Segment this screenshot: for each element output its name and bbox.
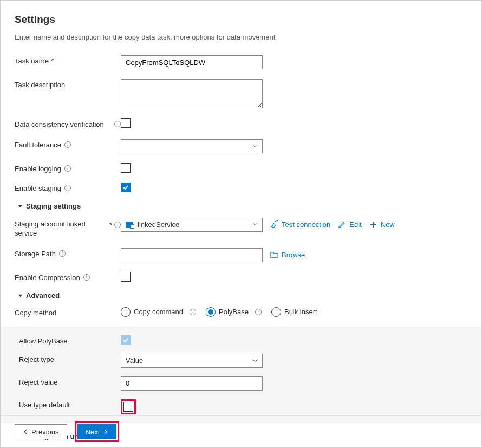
radio-bulk-insert[interactable]: Bulk insert — [271, 307, 317, 317]
row-data-consistency: Data consistency verification i — [15, 118, 472, 129]
label-use-type-default: Use type default — [15, 399, 121, 409]
linked-service-select[interactable]: linkedService — [121, 218, 263, 232]
row-task-name: Task name * — [15, 55, 472, 69]
section-advanced[interactable]: Advanced — [18, 291, 472, 300]
row-reject-type: Reject type Value — [15, 354, 472, 368]
info-icon[interactable]: i — [64, 185, 71, 191]
edit-button[interactable]: Edit — [338, 220, 361, 229]
next-button[interactable]: Next — [77, 424, 117, 439]
label-allow-polybase: Allow PolyBase — [15, 335, 121, 345]
use-type-default-checkbox[interactable] — [123, 402, 133, 412]
row-enable-logging: Enable logging i — [15, 163, 472, 173]
info-icon[interactable]: i — [83, 274, 90, 281]
enable-logging-checkbox[interactable] — [121, 163, 131, 173]
label-enable-compression: Enable Compression i — [15, 272, 121, 282]
chevron-down-icon — [252, 358, 258, 363]
page-title: Settings — [15, 14, 472, 25]
reject-value-input[interactable] — [121, 376, 263, 391]
row-enable-compression: Enable Compression i — [15, 272, 472, 282]
enable-staging-checkbox[interactable] — [121, 183, 131, 192]
info-icon[interactable]: i — [114, 121, 121, 127]
storage-path-input[interactable] — [121, 248, 263, 262]
task-name-input[interactable] — [121, 55, 263, 69]
wizard-footer: Previous Next — [1, 415, 481, 447]
chevron-left-icon — [23, 429, 28, 434]
row-enable-staging: Enable staging i — [15, 183, 472, 192]
info-icon[interactable]: i — [190, 309, 196, 315]
label-task-description: Task description — [15, 79, 121, 89]
label-task-name: Task name * — [15, 55, 121, 65]
test-connection-button[interactable]: Test connection — [270, 220, 330, 229]
row-fault-tolerance: Fault tolerance i — [15, 139, 472, 153]
label-linked-service: Staging account linked service * i — [15, 218, 121, 238]
allow-polybase-checkbox[interactable] — [121, 335, 131, 345]
label-storage-path: Storage Path i — [15, 248, 121, 258]
label-reject-type: Reject type — [15, 354, 121, 363]
reject-type-select[interactable]: Value — [121, 354, 263, 368]
info-icon[interactable]: i — [64, 141, 71, 148]
browse-button[interactable]: Browse — [270, 251, 305, 259]
label-copy-method: Copy method — [15, 307, 121, 317]
previous-button[interactable]: Previous — [15, 424, 67, 439]
plug-icon — [270, 220, 278, 229]
folder-icon — [270, 251, 278, 259]
highlight-next: Next — [75, 421, 120, 442]
label-fault-tolerance: Fault tolerance i — [15, 139, 121, 149]
caret-icon — [18, 293, 23, 298]
info-icon[interactable]: i — [64, 165, 71, 172]
settings-page: Settings Enter name and description for … — [0, 0, 482, 448]
chevron-down-icon — [252, 144, 258, 149]
pencil-icon — [338, 220, 346, 229]
new-button[interactable]: New — [369, 220, 395, 229]
page-subtitle: Enter name and description for the copy … — [15, 33, 472, 41]
polybase-panel: Allow PolyBase Reject type Value Reject … — [1, 327, 481, 423]
row-copy-method: Copy method Copy command i PolyBase i Bu… — [15, 307, 472, 317]
radio-polybase[interactable]: PolyBase i — [206, 307, 262, 317]
row-task-description: Task description — [15, 79, 472, 108]
chevron-right-icon — [103, 429, 108, 434]
service-icon — [126, 222, 133, 228]
row-storage-path: Storage Path i Browse — [15, 248, 472, 262]
info-icon[interactable]: i — [59, 250, 66, 257]
required-asterisk: * — [109, 220, 112, 230]
required-asterisk: * — [51, 57, 54, 65]
radio-copy-command[interactable]: Copy command i — [121, 307, 196, 317]
caret-icon — [18, 204, 23, 209]
info-icon[interactable]: i — [255, 309, 262, 315]
label-reject-value: Reject value — [15, 376, 121, 386]
enable-compression-checkbox[interactable] — [121, 272, 131, 282]
section-staging-settings[interactable]: Staging settings — [18, 202, 472, 210]
data-consistency-checkbox[interactable] — [121, 118, 131, 128]
label-data-consistency: Data consistency verification i — [15, 118, 121, 129]
chevron-down-icon — [252, 220, 258, 229]
label-enable-logging: Enable logging i — [15, 163, 121, 173]
fault-tolerance-select[interactable] — [121, 139, 263, 153]
plus-icon — [369, 220, 377, 229]
info-icon[interactable]: i — [114, 222, 121, 228]
row-reject-value: Reject value — [15, 376, 472, 391]
task-description-input[interactable] — [121, 79, 263, 108]
label-enable-staging: Enable staging i — [15, 183, 121, 192]
row-linked-service: Staging account linked service * i linke… — [15, 218, 472, 238]
highlight-use-type-default — [121, 399, 136, 414]
row-allow-polybase: Allow PolyBase — [15, 335, 472, 345]
row-use-type-default: Use type default — [15, 399, 472, 414]
